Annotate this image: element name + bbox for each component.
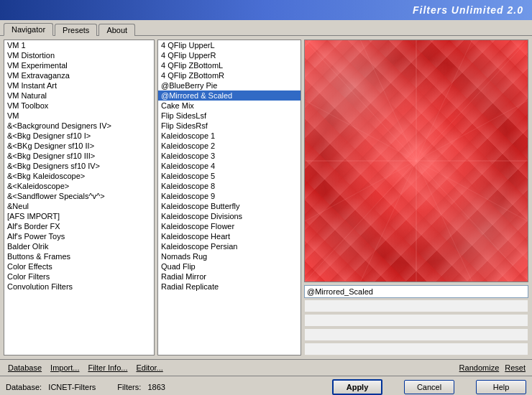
list-item[interactable]: 4 QFlip ZBottomL — [158, 60, 301, 70]
status-filters: Filters: 1863 — [117, 383, 165, 391]
list-item[interactable]: VM Distortion — [4, 50, 154, 60]
list-item[interactable]: VM Experimental — [4, 60, 154, 70]
tab-presets[interactable]: Presets — [55, 24, 97, 36]
param-row-2 — [304, 299, 528, 312]
list-item[interactable]: &<Bkg Kaleidoscope> — [4, 171, 154, 181]
param-empty-3 — [304, 314, 528, 327]
main-content: VM 1VM DistortionVM ExperimentalVM Extra… — [0, 36, 532, 359]
randomize-button[interactable]: Randomize — [457, 362, 503, 373]
param-empty-2 — [304, 299, 528, 312]
list-item[interactable]: VM Extravaganza — [4, 70, 154, 80]
cancel-button[interactable]: Cancel — [404, 380, 454, 394]
tab-about[interactable]: About — [98, 24, 135, 36]
list-item[interactable]: Nomads Rug — [158, 251, 301, 261]
list-item[interactable]: &<BKg Designer sf10 II> — [4, 141, 154, 151]
svg-line-2 — [305, 40, 528, 282]
list-item[interactable]: Flip SidesLsf — [158, 111, 301, 121]
tab-navigator[interactable]: Navigator — [4, 23, 53, 36]
filter-list[interactable]: 4 QFlip UpperL4 QFlip UpperR4 QFlip ZBot… — [157, 40, 301, 356]
list-item[interactable]: Convolution Filters — [4, 282, 154, 292]
list-item[interactable]: Buttons & Frames — [4, 251, 154, 261]
list-item[interactable]: @Mirrored & Scaled — [158, 90, 301, 101]
category-list[interactable]: VM 1VM DistortionVM ExperimentalVM Extra… — [4, 40, 155, 356]
tab-row: Navigator Presets About — [0, 20, 532, 36]
database-button[interactable]: Database — [4, 362, 46, 373]
list-item[interactable]: Kaleidoscope Butterfly — [158, 201, 301, 211]
list-item[interactable]: &<Kaleidoscope> — [4, 181, 154, 191]
list-item[interactable]: &<Bkg Designer sf10 III> — [4, 151, 154, 161]
list-item[interactable]: VM Toolbox — [4, 101, 154, 111]
list-item[interactable]: VM — [4, 111, 154, 121]
status-database: Database: ICNET-Filters — [6, 383, 96, 391]
list-item[interactable]: &<Background Designers IV> — [4, 121, 154, 131]
list-item[interactable]: Kaleidoscope 4 — [158, 161, 301, 171]
list-item[interactable]: Kaleidoscope 2 — [158, 141, 301, 151]
list-item[interactable]: 4 QFlip UpperL — [158, 40, 301, 50]
status-bar: Database: ICNET-Filters Filters: 1863 Ap… — [0, 376, 532, 395]
filter-info-button[interactable]: Filter Info... — [83, 362, 132, 373]
list-item[interactable]: Kaleidoscope Persian — [158, 241, 301, 251]
param-row-4 — [304, 328, 528, 341]
list-item[interactable]: Kaleidoscope 3 — [158, 151, 301, 161]
list-item[interactable]: &<Bkg Designers sf10 IV> — [4, 161, 154, 171]
editor-button[interactable]: Editor... — [132, 362, 167, 373]
bottom-toolbar: Database Import... Filter Info... Editor… — [0, 359, 532, 376]
svg-line-3 — [305, 40, 528, 282]
param-row-1 — [304, 285, 528, 298]
right-panel — [304, 40, 528, 356]
param-row-5 — [304, 343, 528, 356]
list-item[interactable]: Kaleidoscope 9 — [158, 191, 301, 201]
list-item[interactable]: &<Sandflower Specials^v^> — [4, 191, 154, 201]
svg-line-4 — [361, 40, 472, 282]
title-bar: Filters Unlimited 2.0 — [0, 0, 532, 20]
svg-line-7 — [305, 101, 528, 221]
list-item[interactable]: 4 QFlip ZBottomR — [158, 70, 301, 80]
list-item[interactable]: Kaleidoscope Flower — [158, 221, 301, 231]
apply-button[interactable]: Apply — [332, 379, 382, 395]
preview-canvas — [305, 40, 528, 282]
preview-overlay-svg — [305, 40, 528, 282]
svg-line-5 — [361, 40, 472, 282]
list-item[interactable]: &<Bkg Designer sf10 I> — [4, 131, 154, 141]
list-item[interactable]: Cake Mix — [158, 101, 301, 111]
list-item[interactable]: &Neul — [4, 201, 154, 211]
list-item[interactable]: 4 QFlip UpperR — [158, 50, 301, 60]
param-empty-4 — [304, 328, 528, 341]
list-item[interactable]: Radial Mirror — [158, 271, 301, 282]
help-button[interactable]: Help — [476, 380, 526, 394]
list-item[interactable]: Alf's Border FX — [4, 221, 154, 231]
import-button[interactable]: Import... — [46, 362, 83, 373]
app-title: Filters Unlimited 2.0 — [413, 4, 523, 16]
list-item[interactable]: Color Filters — [4, 271, 154, 282]
reset-button[interactable]: Reset — [502, 362, 528, 373]
preview-container — [304, 40, 528, 282]
list-item[interactable]: Kaleidoscope Heart — [158, 231, 301, 241]
svg-line-6 — [305, 101, 528, 221]
list-item[interactable]: VM Natural — [4, 90, 154, 101]
list-item[interactable]: Alf's Power Toys — [4, 231, 154, 241]
list-item[interactable]: Kaleidoscope 1 — [158, 131, 301, 141]
list-item[interactable]: [AFS IMPORT] — [4, 211, 154, 221]
list-item[interactable]: VM 1 — [4, 40, 154, 50]
list-item[interactable]: Kaleidoscope 8 — [158, 181, 301, 191]
param-input-1[interactable] — [304, 285, 528, 298]
list-item[interactable]: Kaleidoscope 5 — [158, 171, 301, 181]
param-area — [304, 285, 528, 356]
list-item[interactable]: Kaleidoscope Divisions — [158, 211, 301, 221]
list-item[interactable]: VM Instant Art — [4, 80, 154, 90]
list-item[interactable]: Balder Olrik — [4, 241, 154, 251]
param-empty-5 — [304, 343, 528, 356]
list-item[interactable]: Color Effects — [4, 261, 154, 271]
list-item[interactable]: @BlueBerry Pie — [158, 80, 301, 90]
list-item[interactable]: Flip SidesRsf — [158, 121, 301, 131]
list-item[interactable]: Quad Flip — [158, 261, 301, 271]
param-row-3 — [304, 314, 528, 327]
list-item[interactable]: Radial Replicate — [158, 282, 301, 292]
